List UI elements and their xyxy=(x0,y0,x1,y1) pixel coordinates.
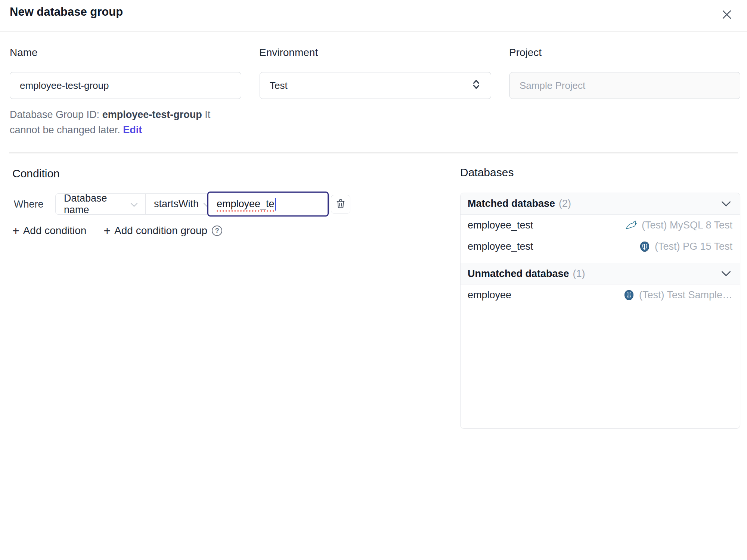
environment-select[interactable]: Test xyxy=(260,72,491,99)
database-instance: (Test) Test Sample… xyxy=(623,289,732,302)
chevron-up-down-icon xyxy=(471,78,481,93)
matched-database-section-header[interactable]: Matched database (2) xyxy=(461,193,740,215)
condition-heading: Condition xyxy=(12,167,60,180)
condition-value-text: employee_te xyxy=(217,198,275,210)
text-caret xyxy=(275,198,276,211)
database-row: employee (Test) Test Sample… xyxy=(461,284,740,306)
section-divider xyxy=(9,152,738,153)
condition-field-value: Database name xyxy=(64,193,126,216)
environment-label: Environment xyxy=(259,47,318,59)
condition-operator-value: startsWith xyxy=(154,198,199,210)
chevron-down-icon[interactable] xyxy=(721,201,731,207)
unmatched-database-section-header[interactable]: Unmatched database (1) xyxy=(461,263,740,284)
unmatched-database-count: (1) xyxy=(573,268,585,280)
postgresql-icon xyxy=(638,240,651,253)
condition-operator-select[interactable]: startsWith xyxy=(145,194,208,214)
database-instance: (Test) PG 15 Test xyxy=(638,240,732,253)
group-id-prefix: Database Group ID: xyxy=(10,109,99,120)
chevron-down-icon xyxy=(130,198,138,210)
add-condition-label: Add condition xyxy=(23,225,87,237)
edit-link[interactable]: Edit xyxy=(123,124,142,136)
environment-selected-value: Test xyxy=(270,80,288,91)
add-condition-group-button[interactable]: + Add condition group ? xyxy=(103,225,222,237)
plus-icon: + xyxy=(103,225,111,237)
condition-actions: + Add condition + Add condition group ? xyxy=(12,225,222,237)
project-value: Sample Project xyxy=(520,80,585,91)
add-condition-group-label: Add condition group xyxy=(114,225,207,237)
matched-database-count: (2) xyxy=(559,198,571,209)
trash-icon xyxy=(335,198,346,211)
add-condition-button[interactable]: + Add condition xyxy=(12,225,86,237)
database-instance-label: (Test) MySQL 8 Test xyxy=(642,220,732,231)
unmatched-database-title: Unmatched database xyxy=(468,268,569,280)
condition-field-select[interactable]: Database name xyxy=(56,194,145,214)
databases-panel: Matched database (2) employee_test (Test… xyxy=(460,193,740,429)
close-icon xyxy=(720,8,733,22)
database-name: employee xyxy=(468,289,511,301)
project-label: Project xyxy=(509,47,542,59)
database-instance: (Test) MySQL 8 Test xyxy=(625,219,732,232)
matched-database-title: Matched database xyxy=(468,198,555,209)
mysql-icon xyxy=(625,219,638,232)
delete-condition-button[interactable] xyxy=(331,195,350,214)
dialog-header: New database group xyxy=(0,0,747,32)
page-title: New database group xyxy=(10,5,123,19)
where-label: Where xyxy=(14,199,44,210)
name-label: Name xyxy=(10,47,38,59)
close-button[interactable] xyxy=(719,7,735,23)
postgresql-icon xyxy=(623,289,635,302)
database-instance-label: (Test) PG 15 Test xyxy=(655,241,732,252)
project-field: Sample Project xyxy=(509,72,740,99)
database-row: employee_test (Test) PG 15 Test xyxy=(461,236,740,257)
databases-heading: Databases xyxy=(460,166,514,179)
condition-value-input[interactable]: employee_te xyxy=(207,192,329,217)
header-divider xyxy=(0,31,747,32)
chevron-down-icon[interactable] xyxy=(721,271,731,277)
database-instance-label: (Test) Test Sample… xyxy=(639,289,732,301)
group-id-note: Database Group ID: employee-test-group I… xyxy=(10,107,243,138)
help-icon[interactable]: ? xyxy=(212,225,222,236)
database-name: employee_test xyxy=(468,220,533,231)
plus-icon: + xyxy=(12,225,19,237)
name-input[interactable] xyxy=(10,72,241,99)
group-id-value: employee-test-group xyxy=(102,109,202,120)
database-name: employee_test xyxy=(468,241,533,252)
section-gap xyxy=(461,257,740,263)
database-row: employee_test (Test) MySQL 8 Test xyxy=(461,215,740,236)
